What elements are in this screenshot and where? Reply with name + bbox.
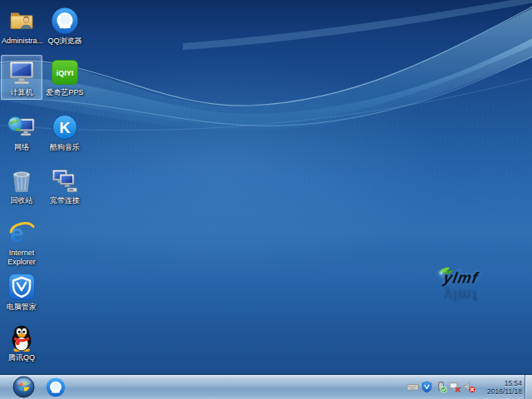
desktop-icon-internet-explorer[interactable]: e Internet Explorer: [1, 215, 42, 269]
clock-time: 15:54: [480, 379, 522, 387]
desktop-icon-iqiyi-pps[interactable]: iQIYI 爱奇艺PPS: [44, 55, 86, 100]
svg-text:iQIYI: iQIYI: [57, 69, 74, 77]
desktop-icon-kugou-music[interactable]: K 酷狗音乐: [44, 110, 86, 155]
desktop-icon-label: 宽带连接: [45, 196, 85, 207]
qq-browser-icon: [45, 377, 66, 398]
volume-muted-icon[interactable]: [463, 381, 475, 393]
desktop-icon-qq-browser[interactable]: QQ浏览器: [44, 3, 86, 48]
user-folder-icon: [7, 6, 37, 36]
desktop-icon-label: 计算机: [2, 88, 42, 99]
taskbar-qq-browser-button[interactable]: [44, 376, 67, 398]
desktop-icon-recycle-bin[interactable]: 回收站: [1, 163, 42, 208]
windows-logo-icon: [12, 376, 35, 398]
desktop-icon-label: 电脑管家: [2, 303, 42, 313]
taskbar-clock[interactable]: 15:54 2016/11/18: [480, 379, 522, 396]
desktop-icon-administrator[interactable]: Administra...: [1, 3, 42, 48]
svg-text:K: K: [60, 120, 71, 136]
watermark-reflection: ylmf: [442, 286, 480, 303]
security-shield-icon[interactable]: [421, 381, 433, 393]
system-tray: 15:54 2016/11/18: [406, 375, 532, 399]
windows-desktop: ylmf ylmf Administra... 计算机: [0, 0, 532, 399]
watermark-sparkle: [441, 273, 442, 274]
desktop-icon-label: 腾讯QQ: [2, 353, 42, 364]
ylmf-watermark: ylmf ylmf: [432, 268, 515, 304]
clock-date: 2016/11/18: [480, 387, 522, 396]
broadband-icon: [50, 165, 80, 195]
desktop-icon-broadband[interactable]: 宽带连接: [44, 163, 86, 208]
shield-icon: [7, 272, 37, 302]
network-disconnected-icon[interactable]: [449, 381, 461, 393]
network-globe-icon: [7, 112, 37, 142]
qq-browser-icon: [50, 6, 80, 36]
show-desktop-button[interactable]: [525, 375, 532, 399]
desktop-icon-label: 网络: [2, 143, 42, 154]
desktop-icon-tencent-qq[interactable]: 腾讯QQ: [1, 320, 42, 365]
taskbar: 15:54 2016/11/18: [0, 374, 532, 399]
desktop-icon-label: QQ浏览器: [45, 37, 85, 47]
desktop-icon-network[interactable]: 网络: [1, 110, 42, 155]
qq-penguin-icon: [7, 323, 37, 352]
desktop-icon-label: 爱奇艺PPS: [45, 88, 85, 99]
desktop-icon-label: 回收站: [2, 196, 42, 207]
ie-icon: e: [7, 218, 37, 248]
computer-icon: [7, 57, 37, 87]
kugou-k-icon: K: [50, 112, 80, 142]
desktop-icon-label: Administra...: [2, 37, 42, 47]
desktop-icon-label: Internet Explorer: [2, 249, 42, 268]
start-button[interactable]: [12, 376, 35, 398]
iqiyi-icon: iQIYI: [50, 57, 80, 87]
device-ok-icon[interactable]: [435, 381, 447, 393]
watermark-text: ylmf: [442, 269, 480, 287]
desktop-icon-pc-manager[interactable]: 电脑管家: [1, 269, 42, 314]
input-indicator-icon[interactable]: [406, 381, 419, 393]
recycle-bin-icon: [7, 165, 37, 195]
desktop-icon-computer[interactable]: 计算机: [1, 55, 42, 100]
desktop-icon-label: 酷狗音乐: [45, 143, 85, 154]
